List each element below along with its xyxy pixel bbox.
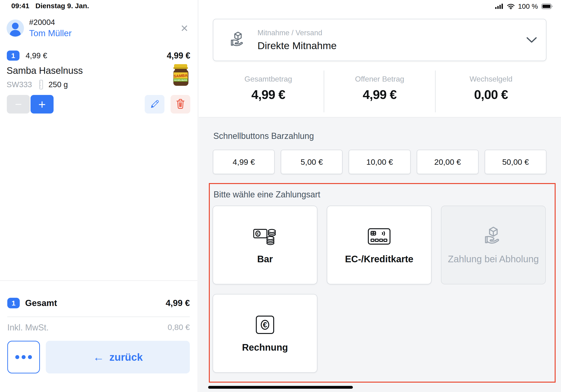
vat-amount: 0,80 € <box>168 323 190 333</box>
payment-method-label: Rechnung <box>242 342 288 353</box>
total-wechselgeld: Wechselgeld 0,00 € <box>435 70 546 112</box>
payment-method-rechnung[interactable]: € Rechnung <box>213 294 317 373</box>
pencil-icon <box>149 98 160 110</box>
clock-text: 09:41 <box>11 2 29 10</box>
credit-card-icon <box>367 226 391 247</box>
total-gesamtbetrag: Gesamtbetrag 4,99 € <box>213 70 324 112</box>
delete-item-button[interactable] <box>171 95 190 113</box>
ruler-icon <box>38 80 44 89</box>
quick-cash-button[interactable]: 4,99 € <box>213 150 275 174</box>
total-label: Wechselgeld <box>470 75 513 83</box>
ellipsis-dot <box>28 355 32 359</box>
line-total: 4,99 € <box>167 51 190 61</box>
payment-method-zahlung-bei-abholung: Zahlung bei Abholung <box>441 206 546 284</box>
cart-item-quantity-row: 1 4,99 € 4,99 € <box>7 50 190 61</box>
edit-item-button[interactable] <box>145 95 164 113</box>
chevron-down-icon <box>526 37 537 43</box>
payment-method-label: Bar <box>257 254 273 264</box>
fulfillment-dropdown[interactable]: Mitnahme / Versand Direkte Mitnahme <box>213 19 546 61</box>
more-options-button[interactable] <box>7 341 40 373</box>
fulfillment-text: Mitnahme / Versand Direkte Mitnahme <box>258 29 337 52</box>
home-indicator[interactable] <box>208 386 353 389</box>
cellular-signal-icon <box>495 3 504 9</box>
payment-method-bar[interactable]: € Bar <box>213 206 317 284</box>
payment-heading: Bitte wähle eine Zahlungsart <box>214 190 320 199</box>
battery-percentage: 100 % <box>518 2 538 10</box>
payment-panel: Mitnahme / Versand Direkte Mitnahme Gesa… <box>199 0 561 392</box>
cash-icon: € <box>253 226 277 247</box>
quantity-stepper: − + <box>7 95 54 113</box>
total-offener-betrag: Offener Betrag 4,99 € <box>324 70 435 112</box>
total-label: Gesamtbetrag <box>245 75 292 83</box>
fulfillment-value: Direkte Mitnahme <box>258 40 337 52</box>
quick-cash-button[interactable]: 50,00 € <box>485 150 546 174</box>
product-name: Samba Haselnuss <box>7 65 83 76</box>
cart-summary: 1 Gesamt 4,99 € Inkl. MwSt. 0,80 € ← zur… <box>0 280 197 392</box>
summary-actions: ← zurück <box>7 341 190 373</box>
vat-row: Inkl. MwSt. 0,80 € <box>7 323 190 333</box>
vat-label: Inkl. MwSt. <box>7 323 49 333</box>
payment-method-grid: € Bar <box>213 206 546 373</box>
payment-method-section: Bitte wähle eine Zahlungsart € <box>209 183 556 383</box>
person-icon <box>7 20 24 37</box>
plus-icon: + <box>38 97 46 112</box>
total-value: 4,99 € <box>251 87 285 102</box>
total-value: 4,99 € <box>363 87 397 102</box>
customer-name-link[interactable]: Tom Müller <box>29 28 72 38</box>
wifi-icon <box>507 3 515 9</box>
unit-price: 4,99 € <box>26 51 47 60</box>
fulfillment-label: Mitnahme / Versand <box>258 29 337 37</box>
status-bar-left: 09:41 Dienstag 9. Jan. <box>11 2 89 10</box>
product-sku: SW333 <box>7 80 32 89</box>
back-arrow-icon: ← <box>93 352 104 363</box>
total-value: 0,00 € <box>474 87 508 102</box>
increase-quantity-button[interactable]: + <box>31 95 54 113</box>
quick-cash-button[interactable]: 10,00 € <box>349 150 410 174</box>
summary-quantity-badge: 1 <box>7 298 20 308</box>
ellipsis-dot <box>15 355 19 359</box>
payment-method-label: Zahlung bei Abholung <box>448 254 539 264</box>
summary-divider <box>7 316 190 317</box>
quick-cash-row: 4,99 € 5,00 € 10,00 € 20,00 € 50,00 € <box>213 150 546 174</box>
back-button-label: zurück <box>109 351 143 363</box>
payment-method-ec-kreditkarte[interactable]: EC-/Kreditkarte <box>327 206 432 284</box>
summary-total: 4,99 € <box>166 298 190 308</box>
svg-text:€: € <box>263 321 267 329</box>
svg-text:HASELNUSS: HASELNUSS <box>174 79 187 81</box>
totals-row: Gesamtbetrag 4,99 € Offener Betrag 4,99 … <box>213 70 546 112</box>
product-meta: SW333 250 g <box>7 79 68 90</box>
decrease-quantity-button[interactable]: − <box>7 95 30 113</box>
quantity-badge: 1 <box>7 51 20 61</box>
product-weight: 250 g <box>48 80 68 89</box>
customer-number: #20004 <box>29 18 72 27</box>
pos-checkout-screen: 09:41 Dienstag 9. Jan. 100 % <box>0 0 561 392</box>
customer-row: #20004 Tom Müller <box>7 18 191 38</box>
ellipsis-dot <box>22 355 26 359</box>
summary-total-row: 1 Gesamt 4,99 € <box>7 298 190 308</box>
battery-icon <box>541 3 553 9</box>
avatar <box>7 20 24 37</box>
date-text: Dienstag 9. Jan. <box>35 2 89 10</box>
package-hand-icon <box>229 31 247 49</box>
back-button[interactable]: ← zurück <box>46 341 190 373</box>
quick-cash-button[interactable]: 20,00 € <box>417 150 479 174</box>
quick-cash-heading: Schnellbuttons Barzahlung <box>213 131 314 141</box>
minus-icon: − <box>15 98 22 111</box>
quick-cash-button[interactable]: 5,00 € <box>281 150 343 174</box>
status-bar-right: 100 % <box>495 2 553 10</box>
close-icon: × <box>181 21 188 35</box>
invoice-euro-icon: € <box>255 314 275 336</box>
payment-method-label: EC-/Kreditkarte <box>345 254 413 264</box>
cart-panel: #20004 Tom Müller × 1 4,99 € 4,99 € Samb… <box>0 0 198 392</box>
total-label: Offener Betrag <box>355 75 404 83</box>
svg-text:€: € <box>257 231 259 236</box>
summary-label: Gesamt <box>25 298 57 308</box>
close-cart-button[interactable]: × <box>176 20 193 36</box>
package-hand-icon <box>483 226 504 247</box>
trash-icon <box>175 98 186 110</box>
product-image: SAMBA HASELNUSS <box>172 64 190 86</box>
customer-meta: #20004 Tom Müller <box>29 18 72 38</box>
